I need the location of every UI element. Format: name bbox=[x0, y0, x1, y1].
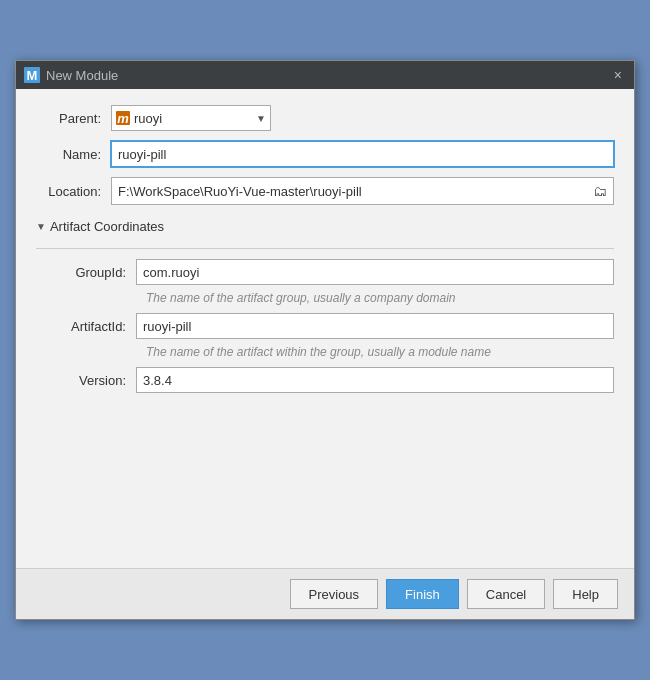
title-bar: M New Module × bbox=[16, 61, 634, 89]
groupid-row: GroupId: bbox=[56, 259, 614, 285]
parent-row: Parent: m ruoyi ▼ bbox=[36, 105, 614, 131]
section-toggle-icon[interactable]: ▼ bbox=[36, 221, 46, 232]
groupid-label: GroupId: bbox=[56, 265, 136, 280]
cancel-button[interactable]: Cancel bbox=[467, 579, 545, 609]
version-input[interactable] bbox=[136, 367, 614, 393]
new-module-dialog: M New Module × Parent: m ruoyi ▼ Name: L… bbox=[15, 60, 635, 620]
artifactid-row: ArtifactId: bbox=[56, 313, 614, 339]
parent-name: ruoyi bbox=[134, 111, 252, 126]
close-button[interactable]: × bbox=[610, 66, 626, 84]
location-input-wrap: 🗂 bbox=[111, 177, 614, 205]
name-label: Name: bbox=[36, 147, 111, 162]
dropdown-arrow-icon: ▼ bbox=[256, 113, 266, 124]
location-input[interactable] bbox=[112, 178, 587, 204]
groupid-input[interactable] bbox=[136, 259, 614, 285]
title-bar-left: M New Module bbox=[24, 67, 118, 83]
section-separator bbox=[36, 248, 614, 249]
name-input[interactable] bbox=[111, 141, 614, 167]
artifactid-input[interactable] bbox=[136, 313, 614, 339]
name-row: Name: bbox=[36, 141, 614, 167]
location-row: Location: 🗂 bbox=[36, 177, 614, 205]
artifactid-label: ArtifactId: bbox=[56, 319, 136, 334]
previous-button[interactable]: Previous bbox=[290, 579, 379, 609]
help-button[interactable]: Help bbox=[553, 579, 618, 609]
location-label: Location: bbox=[36, 184, 111, 199]
artifactid-hint: The name of the artifact within the grou… bbox=[146, 345, 614, 359]
version-label: Version: bbox=[56, 373, 136, 388]
artifact-section-title: Artifact Coordinates bbox=[50, 219, 164, 234]
parent-select[interactable]: m ruoyi ▼ bbox=[111, 105, 271, 131]
folder-browse-button[interactable]: 🗂 bbox=[587, 180, 613, 202]
dialog-title: New Module bbox=[46, 68, 118, 83]
artifact-section-header: ▼ Artifact Coordinates bbox=[36, 219, 614, 234]
groupid-hint: The name of the artifact group, usually … bbox=[146, 291, 614, 305]
finish-button[interactable]: Finish bbox=[386, 579, 459, 609]
dialog-footer: Previous Finish Cancel Help bbox=[16, 568, 634, 619]
parent-module-icon: m bbox=[116, 111, 130, 125]
parent-label: Parent: bbox=[36, 111, 111, 126]
dialog-icon: M bbox=[24, 67, 40, 83]
version-row: Version: bbox=[56, 367, 614, 393]
dialog-body: Parent: m ruoyi ▼ Name: Location: 🗂 ▼ bbox=[16, 89, 634, 568]
